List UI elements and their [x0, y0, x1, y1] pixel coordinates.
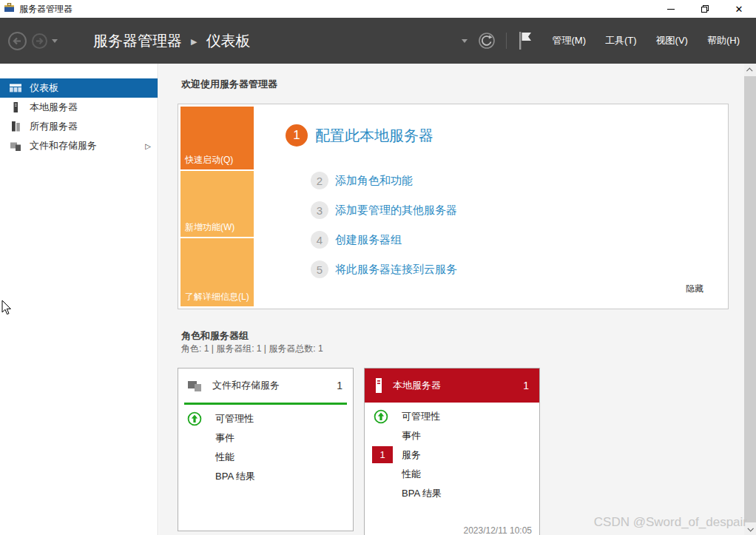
row-performance[interactable]: 性能	[178, 448, 353, 467]
row-events[interactable]: 事件	[365, 426, 539, 445]
tile-timestamp: 2023/12/11 10:05	[463, 525, 532, 535]
sidebar-item-label: 本地服务器	[30, 101, 78, 114]
forward-button[interactable]	[31, 33, 48, 50]
quick-start-label: 快速启动(Q)	[185, 154, 233, 166]
tile-header[interactable]: 本地服务器 1	[365, 369, 539, 403]
sidebar: 仪表板 本地服务器 所有服务器 文件和存储服务 ▷	[0, 64, 158, 535]
forward-arrow-icon	[31, 33, 48, 50]
watermark-text: CSDN @Sword_of_despair	[594, 515, 747, 530]
breadcrumb-current: 仪表板	[206, 31, 250, 51]
quick-start-column: 快速启动(Q) 新增功能(W) 了解详细信息(L)	[180, 107, 254, 306]
step-label: 将此服务器连接到云服务	[335, 263, 457, 277]
menu-help[interactable]: 帮助(H)	[707, 34, 740, 47]
app-icon	[4, 2, 15, 16]
step-connect-cloud-services[interactable]: 5 将此服务器连接到云服务	[311, 260, 457, 278]
learn-more-label: 了解详细信息(L)	[185, 291, 249, 303]
row-label: 可管理性	[215, 412, 254, 425]
welcome-heading: 欢迎使用服务器管理器	[181, 78, 277, 91]
breadcrumb: 服务器管理器 ▶ 仪表板	[93, 31, 250, 51]
row-label: BPA 结果	[215, 470, 255, 483]
step-label: 添加要管理的其他服务器	[335, 203, 457, 218]
step-create-server-group[interactable]: 4 创建服务器组	[311, 231, 402, 249]
row-bpa-results[interactable]: BPA 结果	[365, 484, 539, 503]
tile-count: 1	[337, 380, 344, 391]
tile-file-storage-services: 文件和存储服务 1 可管理性 事件	[178, 368, 354, 531]
roles-section-heading: 角色和服务器组	[181, 329, 249, 343]
restore-button[interactable]	[688, 0, 722, 18]
menu-view[interactable]: 视图(V)	[656, 34, 688, 47]
row-events[interactable]: 事件	[178, 428, 353, 448]
sidebar-item-label: 文件和存储服务	[30, 139, 97, 152]
step-number-badge: 3	[311, 201, 328, 219]
chevron-down-icon	[747, 525, 753, 531]
close-button[interactable]: ✕	[722, 0, 756, 18]
row-label: BPA 结果	[402, 487, 442, 500]
restore-icon	[701, 4, 709, 13]
roles-summary: 角色: 1 | 服务器组: 1 | 服务器总数: 1	[181, 343, 323, 355]
whats-new-label: 新增功能(W)	[185, 221, 234, 234]
up-arrow-status-icon	[374, 409, 388, 426]
local-server-icon	[374, 377, 384, 394]
row-label: 性能	[215, 451, 234, 464]
step-label: 添加角色和功能	[335, 174, 413, 188]
step-add-roles-features[interactable]: 2 添加角色和功能	[311, 172, 413, 189]
server-manager-window: 服务器管理器 ✕	[0, 0, 756, 535]
file-storage-icon	[10, 140, 21, 152]
sidebar-item-label: 所有服务器	[30, 120, 78, 133]
tile-count: 1	[523, 380, 530, 391]
sidebar-item-local-server[interactable]: 本地服务器	[0, 98, 158, 117]
back-button[interactable]	[7, 31, 27, 51]
step-configure-local-server[interactable]: 1 配置此本地服务器	[286, 124, 433, 147]
tile-title: 本地服务器	[393, 379, 441, 392]
row-manageability[interactable]: 可管理性	[365, 407, 539, 426]
minimize-button[interactable]	[654, 0, 688, 18]
local-server-icon	[10, 101, 21, 113]
refresh-icon	[478, 32, 496, 50]
chevron-up-icon	[746, 67, 752, 73]
step-number-badge: 5	[311, 260, 328, 278]
row-bpa-results[interactable]: BPA 结果	[178, 467, 353, 486]
refresh-button[interactable]	[478, 32, 496, 50]
row-performance[interactable]: 性能	[365, 465, 539, 484]
row-label: 性能	[402, 468, 421, 481]
whats-new-tab[interactable]: 新增功能(W)	[180, 171, 254, 237]
sidebar-item-file-storage-services[interactable]: 文件和存储服务 ▷	[0, 136, 158, 155]
tile-local-server: 本地服务器 1 可管理性 事件 1	[364, 368, 540, 535]
dashboard-content: 欢迎使用服务器管理器 快速启动(Q) 新增功能(W) 了解详细信息(L) 1 配…	[159, 64, 744, 535]
step-number-badge: 4	[311, 231, 328, 249]
mouse-cursor	[1, 300, 13, 317]
row-services[interactable]: 1 服务	[365, 445, 539, 465]
app-header: 服务器管理器 ▶ 仪表板 管理(M) 工具	[0, 18, 756, 64]
menu-bar: 管理(M) 工具(T) 视图(V) 帮助(H)	[553, 34, 740, 47]
expand-arrow-icon[interactable]: ▷	[145, 142, 151, 150]
scrollbar-up-button[interactable]	[744, 64, 756, 76]
sidebar-item-dashboard[interactable]: 仪表板	[0, 78, 158, 98]
menu-manage[interactable]: 管理(M)	[553, 34, 587, 47]
step-label: 配置此本地服务器	[315, 126, 433, 146]
learn-more-tab[interactable]: 了解详细信息(L)	[180, 238, 254, 306]
nav-history-dropdown-icon[interactable]	[52, 39, 58, 43]
step-add-other-servers[interactable]: 3 添加要管理的其他服务器	[311, 201, 457, 219]
vertical-scrollbar[interactable]	[744, 64, 756, 535]
row-manageability[interactable]: 可管理性	[178, 409, 353, 428]
header-dropdown-icon[interactable]	[462, 39, 468, 43]
quick-start-tab[interactable]: 快速启动(Q)	[180, 107, 254, 169]
tile-header[interactable]: 文件和存储服务 1	[178, 369, 353, 403]
minimize-icon	[667, 9, 675, 10]
flag-icon	[517, 30, 533, 52]
sidebar-item-label: 仪表板	[30, 81, 58, 95]
row-label: 事件	[215, 431, 234, 445]
sidebar-item-all-servers[interactable]: 所有服务器	[0, 117, 158, 136]
notifications-flag-button[interactable]	[517, 30, 533, 52]
hide-welcome-link[interactable]: 隐藏	[686, 283, 703, 295]
file-storage-icon	[187, 379, 203, 392]
window-title: 服务器管理器	[19, 3, 72, 16]
window-titlebar: 服务器管理器 ✕	[0, 0, 756, 18]
breadcrumb-root[interactable]: 服务器管理器	[93, 31, 182, 51]
menu-tools[interactable]: 工具(T)	[605, 34, 637, 47]
close-icon: ✕	[735, 4, 743, 14]
dashboard-icon	[10, 82, 21, 94]
up-arrow-status-icon	[187, 411, 202, 428]
scrollbar-thumb[interactable]	[744, 76, 756, 522]
welcome-tile: 快速启动(Q) 新增功能(W) 了解详细信息(L) 1 配置此本地服务器 2 添…	[178, 104, 729, 309]
